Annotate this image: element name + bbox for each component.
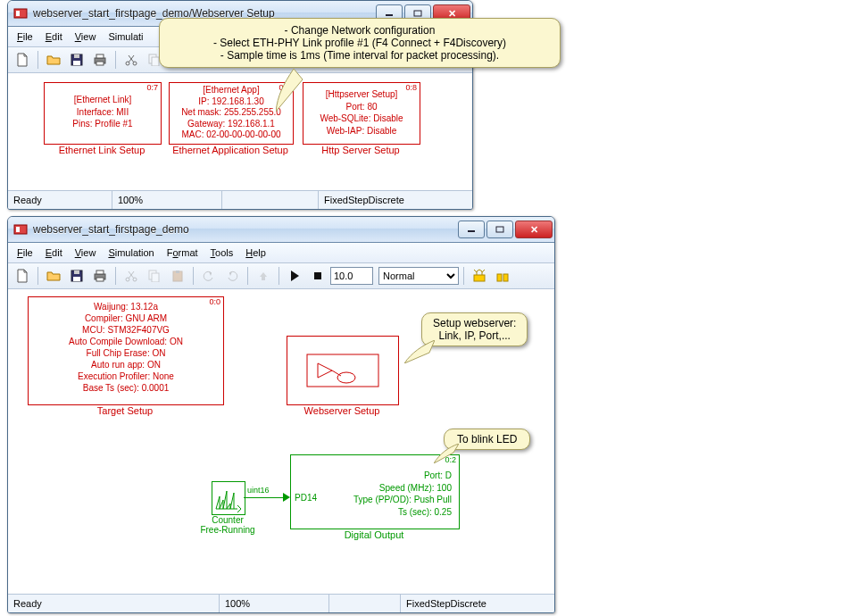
undo-button[interactable] [198,265,220,287]
svg-rect-3 [414,11,421,16]
menu-edit[interactable]: Edit [40,246,68,260]
simulink-icon [13,222,28,237]
window-model-root: webserver_start_firstpage_demo ✕ File Ed… [7,216,555,613]
model-canvas[interactable]: 0:7 [Ethernet Link] Interface: MII Pins:… [8,73,472,190]
svg-point-10 [126,62,129,65]
callout-tail-icon [276,69,313,112]
status-bar: Ready 100% FixedStepDiscrete [8,594,554,612]
cut-button[interactable] [121,49,142,71]
block-title: [Httpserver Setup] [309,88,414,101]
svg-rect-5 [73,61,80,65]
block-target-setup[interactable]: 0:0 Waijung: 13.12a Compiler: GNU ARM MC… [28,296,224,405]
toolbar-separator [115,51,116,69]
print-button[interactable] [89,49,111,71]
block-port-number: 0:0 [209,297,220,306]
svg-rect-17 [496,227,503,232]
copy-button[interactable] [144,265,165,287]
menu-view[interactable]: View [70,246,102,260]
block-counter-free-running[interactable] [212,481,245,515]
menu-file[interactable]: File [12,29,38,44]
save-button[interactable] [66,265,87,287]
toolbar: Normal [8,263,554,289]
menu-simulation[interactable]: Simulation [103,246,159,260]
svg-point-11 [133,62,137,65]
svg-rect-8 [96,54,104,58]
svg-rect-6 [74,54,79,58]
status-zoom: 100% [220,595,329,612]
block-ethernet-link[interactable]: 0:7 [Ethernet Link] Interface: MII Pins:… [44,82,162,145]
block-label: Counter Free-Running [195,515,260,535]
menu-bar: File Edit View Simulation Format Tools H… [8,243,554,263]
stop-time-input[interactable] [330,267,373,285]
block-title: [Ethernet Link] [50,94,155,106]
block-label: Ethernet Application Setup [169,145,292,155]
block-webserver-setup[interactable] [287,336,399,405]
nav-up-button[interactable] [253,265,274,287]
callout-setup-webserver: Setup webserver: Link, IP, Port,... [421,312,528,346]
signal-line[interactable] [244,497,287,498]
save-button[interactable] [66,49,87,71]
svg-rect-33 [503,274,508,281]
svg-rect-15 [16,227,20,232]
block-port-number: 0:7 [146,83,158,92]
titlebar[interactable]: webserver_start_firstpage_demo ✕ [8,217,554,243]
block-ethernet-app[interactable]: 0:6 [Ethernet App] IP: 192.168.1.30 Net … [169,82,294,145]
svg-rect-13 [152,57,159,66]
status-ready: Ready [8,191,112,209]
incremental-build-button[interactable] [492,265,513,287]
new-button[interactable] [12,265,33,287]
status-bar: Ready 100% FixedStepDiscrete [8,190,472,209]
svg-line-36 [332,370,341,376]
run-button[interactable] [284,265,305,287]
menu-help[interactable]: Help [240,246,271,260]
maximize-button[interactable] [486,221,513,238]
callout-tail-icon [434,444,459,463]
redo-button[interactable] [221,265,243,287]
block-label: Http Server Setup [303,145,419,155]
menu-file[interactable]: File [12,246,38,260]
print-button[interactable] [89,265,111,287]
minimize-button[interactable] [458,221,485,238]
block-title: [Ethernet App] [175,85,287,96]
block-digital-output[interactable]: 0:2 PD14 Port: D Speed (MHz): 100 Type (… [290,454,460,529]
callout-tail-icon [404,340,435,363]
open-button[interactable] [43,49,64,71]
status-ready: Ready [8,595,220,612]
build-button[interactable] [469,265,490,287]
paste-button[interactable] [167,265,188,287]
stop-button[interactable] [307,265,328,287]
menu-format[interactable]: Format [162,246,204,260]
simulation-mode-select[interactable]: Normal [378,267,459,285]
simulink-icon [13,6,28,21]
open-button[interactable] [43,265,64,287]
cut-button[interactable] [121,265,142,287]
counter-wave-icon [212,482,245,514]
menu-tools[interactable]: Tools [205,246,239,260]
toolbar-separator [37,51,38,69]
svg-rect-20 [74,271,79,274]
block-port-number: 0:8 [405,83,417,92]
svg-rect-23 [96,278,104,281]
block-http-server[interactable]: 0:8 [Httpserver Setup] Port: 80 Web-SQLi… [303,82,420,145]
svg-rect-22 [96,271,104,274]
svg-rect-29 [176,271,179,273]
callout-network-config: - Change Network configuration - Select … [159,18,561,68]
svg-point-35 [337,372,355,383]
menu-edit[interactable]: Edit [40,29,68,44]
svg-point-24 [126,278,129,281]
status-solver: FixedStepDiscrete [319,191,472,209]
block-label: Webserver Setup [287,405,397,416]
status-zoom: 100% [112,191,222,209]
new-button[interactable] [12,49,33,71]
inport-label: PD14 [295,493,317,503]
menu-view[interactable]: View [70,29,102,44]
callout-blink-led: To blink LED [444,429,530,450]
block-label: Digital Output [290,529,458,540]
menu-simulation-truncated[interactable]: Simulati [103,29,148,44]
block-label: Ethernet Link Setup [44,145,160,155]
close-button[interactable]: ✕ [515,221,553,238]
svg-rect-32 [497,274,502,281]
svg-rect-1 [16,11,20,16]
svg-rect-30 [314,272,321,279]
window-title: webserver_start_firstpage_demo [33,223,458,236]
